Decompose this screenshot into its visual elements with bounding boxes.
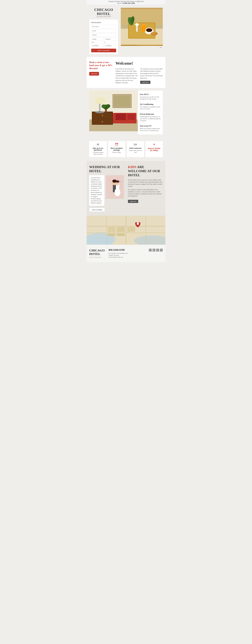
hero-left: Chicago Hotel city hotel since 1975 Rese…	[89, 8, 118, 54]
footer-social: f g+ in t	[149, 249, 163, 252]
promo-text: Book a room at our hotel now & get a 30%…	[89, 61, 113, 70]
svg-rect-10	[142, 25, 145, 32]
hero-image	[121, 8, 163, 46]
svg-point-52	[121, 186, 122, 187]
breakfast-icon: ⏰	[110, 143, 124, 146]
footer-copyright: © 2015 | Privacy Policy	[89, 257, 105, 258]
service-restaurant-title: Hotel restaurant	[128, 147, 142, 149]
kids-heading-red: Kids	[128, 165, 136, 169]
footer-contact: 800-2345-6789 My Company, 1234 Hoofdweg …	[109, 249, 145, 258]
twitter-icon[interactable]: t	[160, 249, 163, 252]
welcome-right: Welcome! If you'd like to get away from …	[115, 61, 163, 84]
service-guestbook: ✉ Sign up in our guestbook To receive sp…	[89, 141, 107, 157]
facebook-icon[interactable]: f	[149, 249, 152, 252]
svg-rect-57	[116, 182, 120, 187]
wedding-photo	[106, 175, 124, 199]
footer-address-line1: My Company, 1234 Hoofdweg Road	[109, 252, 145, 254]
make-reservation-button[interactable]: make a reservation	[91, 49, 116, 52]
hero-image-content	[121, 8, 163, 46]
svg-rect-70	[108, 234, 115, 236]
children-input[interactable]	[104, 38, 116, 41]
phone-number: +1 800 123 1234	[122, 2, 135, 4]
footer-phone: 800-2345-6789	[109, 249, 145, 252]
social-icons: f g+ in t	[149, 249, 163, 252]
amenity-tv-desc: Watch your favorite channels even when y…	[140, 128, 161, 132]
from-date-input[interactable]	[91, 44, 103, 47]
wedding-column: Wedding at our hotel Your day means ever…	[89, 165, 124, 212]
welcome-text-1: If you'd like to get away from holidays,…	[115, 68, 138, 84]
service-shuttle-title: Airport shuttle for FREE	[147, 147, 161, 152]
phone-input[interactable]	[91, 33, 116, 37]
welcome-heading: Welcome!	[115, 61, 163, 66]
footer-address-line2: Glasgow, City Road	[109, 254, 145, 256]
svg-rect-67	[108, 227, 115, 232]
kids-heading: Kids are Welcome at our Hotel	[128, 165, 163, 177]
amenities-list: Free Wi-Fi Our guests can use Wi-Fi for …	[138, 90, 163, 134]
map-section	[87, 216, 165, 244]
amenity-ac: Air Conditioning Air-conditioner is avai…	[140, 102, 161, 112]
welcome-read-more-button[interactable]: read more	[140, 81, 150, 84]
svg-point-11	[142, 24, 145, 26]
amenity-bathroom-desc: Private bathroom and toilets are to your…	[140, 116, 161, 122]
book-wedding-button[interactable]: book a wedding	[89, 208, 105, 212]
reservation-form: Reservation: From To make a reservation	[89, 20, 118, 54]
address-text: Chicago, 28 Jackson Blvd Ste 1020 Chicag…	[88, 1, 164, 2]
service-restaurant-desc: Perfect menu from our chef	[128, 150, 142, 154]
carousel-dots[interactable]: •••	[121, 46, 163, 49]
hero-right: •••	[121, 8, 163, 49]
wedding-content: Your day means everything to us. Whether…	[89, 175, 124, 206]
welcome-col-1: If you'd like to get away from holidays,…	[115, 68, 138, 84]
adults-input[interactable]	[91, 38, 103, 41]
service-shuttle: ✈ Airport shuttle for FREE	[145, 141, 163, 157]
svg-rect-31	[99, 104, 100, 112]
svg-rect-71	[117, 234, 125, 236]
welcome-left: Book a room at our hotel now & get a 30%…	[89, 61, 113, 84]
amenity-wifi: Free Wi-Fi Our guests can use Wi-Fi for …	[140, 92, 161, 102]
service-guestbook-desc: To receive special offers on email	[91, 152, 105, 155]
kids-read-more-button[interactable]: read more	[128, 200, 138, 203]
service-breakfast: ⏰ Bed & breakfast package View our offer…	[108, 141, 125, 157]
svg-point-42	[109, 180, 111, 182]
svg-rect-60	[87, 237, 113, 244]
svg-point-40	[106, 104, 110, 108]
svg-point-45	[117, 178, 118, 180]
footer: Chicago Hotel © 2015 | Privacy Policy 80…	[87, 244, 165, 262]
welcome-section: Book a room at our hotel now & get a 30%…	[87, 57, 165, 88]
room-photo-svg	[89, 90, 138, 131]
amenity-bathroom-title: Private Bathroom	[140, 113, 161, 115]
hero-image-svg	[121, 8, 163, 46]
amenity-tv-title: Flat-screen TV	[140, 125, 161, 127]
linkedin-icon[interactable]: in	[156, 249, 159, 252]
wedding-kids-section: Wedding at our hotel Your day means ever…	[87, 161, 165, 216]
footer-hotel-name: Chicago Hotel	[89, 249, 105, 256]
welcome-text-2: The spacious rooms are decorated with tr…	[140, 68, 163, 80]
full-name-input[interactable]	[91, 25, 116, 28]
room-amenities-section: Free Wi-Fi Our guests can use Wi-Fi for …	[87, 88, 165, 137]
svg-point-13	[151, 32, 156, 34]
to-date-input[interactable]	[104, 44, 116, 47]
amenity-ac-desc: Air-conditioner is available at every ro…	[140, 106, 161, 110]
wedding-text: Your day means everything to us. Whether…	[89, 175, 104, 206]
map-background	[87, 216, 165, 244]
svg-point-19	[136, 23, 138, 24]
wedding-heading: Wedding at our hotel	[89, 165, 124, 173]
svg-point-53	[111, 189, 112, 190]
email-input[interactable]	[91, 29, 116, 32]
hotel-name: Chicago Hotel	[89, 8, 118, 16]
amenity-tv: Flat-screen TV Watch your favorite chann…	[140, 124, 161, 133]
hotel-subtitle: city hotel since 1975	[89, 16, 118, 17]
svg-rect-14	[136, 27, 138, 32]
amenity-bathroom: Private Bathroom Private bathroom and to…	[140, 112, 161, 124]
gplus-icon[interactable]: g+	[153, 249, 155, 252]
svg-point-15	[136, 26, 138, 27]
svg-rect-9	[153, 30, 154, 32]
kids-text-2: The maximum number of extra beds/childre…	[128, 189, 163, 197]
top-bar: Chicago, 28 Jackson Blvd Ste 1020 Chicag…	[87, 0, 165, 5]
click-here-button[interactable]: click here	[89, 72, 99, 76]
svg-rect-25	[114, 95, 131, 107]
hotel-logo: Chicago Hotel city hotel since 1975	[89, 8, 118, 17]
svg-point-51	[108, 186, 109, 188]
svg-rect-35	[115, 114, 126, 120]
footer-address: My Company, 1234 Hoofdweg Road Glasgow, …	[109, 252, 145, 258]
svg-rect-68	[117, 227, 125, 232]
